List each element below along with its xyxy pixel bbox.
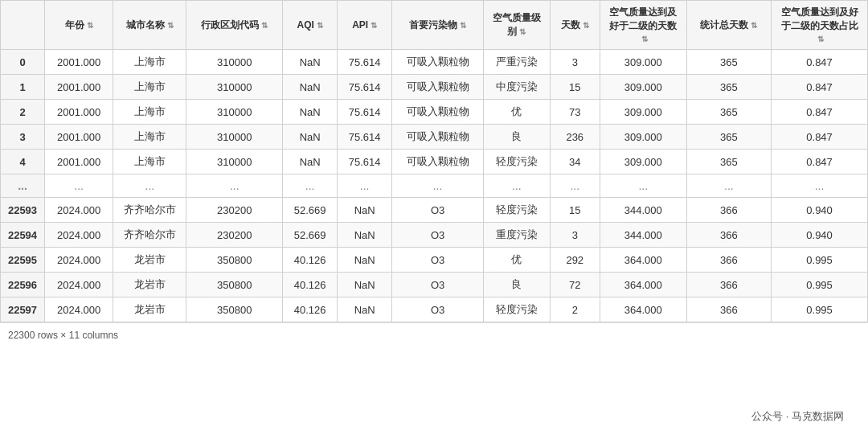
cell-primary_pollutant: O3 <box>392 223 484 248</box>
cell-total_days: 365 <box>686 125 771 150</box>
sort-arrows-api: ⇅ <box>371 21 377 30</box>
cell-admin_code: 350800 <box>186 273 283 297</box>
cell-total_days: 365 <box>686 100 771 125</box>
table-footer: 22300 rows × 11 columns <box>0 322 868 347</box>
cell-admin_code: 350800 <box>186 248 283 273</box>
cell-primary_pollutant: 可吸入颗粒物 <box>392 125 484 150</box>
cell-index: 2 <box>1 100 45 125</box>
column-header-city_name[interactable]: 城市名称⇅ <box>113 1 186 50</box>
table-row: 225932024.000齐齐哈尔市23020052.669NaNO3轻度污染1… <box>1 198 868 223</box>
column-header-admin_code[interactable]: 行政区划代码⇅ <box>186 1 283 50</box>
column-header-days_ratio[interactable]: 空气质量达到及好于二级的天数占比⇅ <box>772 1 868 50</box>
cell-admin_code: 310000 <box>186 150 283 174</box>
table-row: 225972024.000龙岩市35080040.126NaNO3轻度污染236… <box>1 297 868 322</box>
cell-days_good: 344.000 <box>600 223 686 248</box>
cell-days: 236 <box>550 125 600 150</box>
cell-api: NaN <box>338 248 392 273</box>
cell-year: 2024.000 <box>45 223 113 248</box>
table-row: 225942024.000齐齐哈尔市23020052.669NaNO3重度污染3… <box>1 223 868 248</box>
cell-index: 22593 <box>1 198 45 223</box>
table-row: .................................... <box>1 174 868 198</box>
cell-primary_pollutant: O3 <box>392 297 484 322</box>
cell-air_quality_level: 优 <box>483 100 550 125</box>
cell-primary_pollutant: 可吸入颗粒物 <box>392 50 484 75</box>
cell-api: 75.614 <box>338 150 392 174</box>
cell-air_quality_level: 中度污染 <box>483 75 550 100</box>
cell-days_good: ... <box>600 174 686 198</box>
cell-days_ratio: 0.940 <box>772 223 868 248</box>
cell-days_good: 364.000 <box>600 297 686 322</box>
column-header-aqi[interactable]: AQI⇅ <box>283 1 338 50</box>
cell-admin_code: ... <box>186 174 283 198</box>
cell-days_good: 309.000 <box>600 75 686 100</box>
cell-year: 2024.000 <box>45 198 113 223</box>
cell-aqi: NaN <box>283 150 338 174</box>
column-header-air_quality_level[interactable]: 空气质量级别⇅ <box>483 1 550 50</box>
table-body: 02001.000上海市310000NaN75.614可吸入颗粒物严重污染330… <box>1 50 868 322</box>
cell-api: NaN <box>338 273 392 297</box>
cell-days: 15 <box>550 75 600 100</box>
cell-days: 15 <box>550 198 600 223</box>
cell-primary_pollutant: ... <box>392 174 484 198</box>
cell-days_ratio: 0.847 <box>772 75 868 100</box>
column-header-index <box>1 1 45 50</box>
cell-index: 3 <box>1 125 45 150</box>
cell-aqi: 52.669 <box>283 223 338 248</box>
cell-primary_pollutant: O3 <box>392 248 484 273</box>
cell-admin_code: 310000 <box>186 125 283 150</box>
cell-days_ratio: 0.847 <box>772 125 868 150</box>
cell-air_quality_level: 良 <box>483 273 550 297</box>
cell-days_ratio: ... <box>772 174 868 198</box>
cell-air_quality_level: 轻度污染 <box>483 198 550 223</box>
cell-total_days: 365 <box>686 75 771 100</box>
cell-index: 22597 <box>1 297 45 322</box>
cell-total_days: ... <box>686 174 771 198</box>
column-header-api[interactable]: API⇅ <box>338 1 392 50</box>
cell-city_name: 上海市 <box>113 100 186 125</box>
cell-index: 4 <box>1 150 45 174</box>
cell-primary_pollutant: 可吸入颗粒物 <box>392 150 484 174</box>
table-row: 225962024.000龙岩市35080040.126NaNO3良72364.… <box>1 273 868 297</box>
cell-total_days: 365 <box>686 150 771 174</box>
cell-total_days: 366 <box>686 297 771 322</box>
table-row: 32001.000上海市310000NaN75.614可吸入颗粒物良236309… <box>1 125 868 150</box>
column-header-days_good[interactable]: 空气质量达到及好于二级的天数⇅ <box>600 1 686 50</box>
cell-year: 2024.000 <box>45 297 113 322</box>
cell-city_name: 上海市 <box>113 75 186 100</box>
cell-year: 2024.000 <box>45 273 113 297</box>
cell-index: 22596 <box>1 273 45 297</box>
cell-city_name: 上海市 <box>113 125 186 150</box>
cell-city_name: 龙岩市 <box>113 297 186 322</box>
sort-arrows-city_name: ⇅ <box>167 21 174 30</box>
cell-days: 3 <box>550 223 600 248</box>
cell-year: ... <box>45 174 113 198</box>
cell-city_name: 齐齐哈尔市 <box>113 198 186 223</box>
cell-admin_code: 230200 <box>186 198 283 223</box>
sort-arrows-days_ratio: ⇅ <box>817 35 824 43</box>
cell-total_days: 366 <box>686 273 771 297</box>
cell-days: 72 <box>550 273 600 297</box>
sort-arrows-total_days: ⇅ <box>751 21 757 30</box>
column-header-total_days[interactable]: 统计总天数⇅ <box>686 1 771 50</box>
cell-api: NaN <box>338 297 392 322</box>
cell-index: ... <box>1 174 45 198</box>
cell-aqi: NaN <box>283 50 338 75</box>
cell-total_days: 365 <box>686 50 771 75</box>
column-header-year[interactable]: 年份⇅ <box>45 1 113 50</box>
cell-primary_pollutant: O3 <box>392 198 484 223</box>
table-row: 12001.000上海市310000NaN75.614可吸入颗粒物中度污染153… <box>1 75 868 100</box>
cell-air_quality_level: ... <box>483 174 550 198</box>
cell-days_ratio: 0.940 <box>772 198 868 223</box>
cell-year: 2001.000 <box>45 100 113 125</box>
column-header-primary_pollutant[interactable]: 首要污染物⇅ <box>392 1 484 50</box>
cell-year: 2024.000 <box>45 248 113 273</box>
table-row: 02001.000上海市310000NaN75.614可吸入颗粒物严重污染330… <box>1 50 868 75</box>
cell-city_name: 龙岩市 <box>113 273 186 297</box>
column-header-days[interactable]: 天数⇅ <box>550 1 600 50</box>
cell-api: 75.614 <box>338 125 392 150</box>
cell-days_good: 309.000 <box>600 150 686 174</box>
cell-days: 73 <box>550 100 600 125</box>
cell-days_ratio: 0.995 <box>772 273 868 297</box>
cell-admin_code: 310000 <box>186 75 283 100</box>
cell-aqi: 40.126 <box>283 297 338 322</box>
